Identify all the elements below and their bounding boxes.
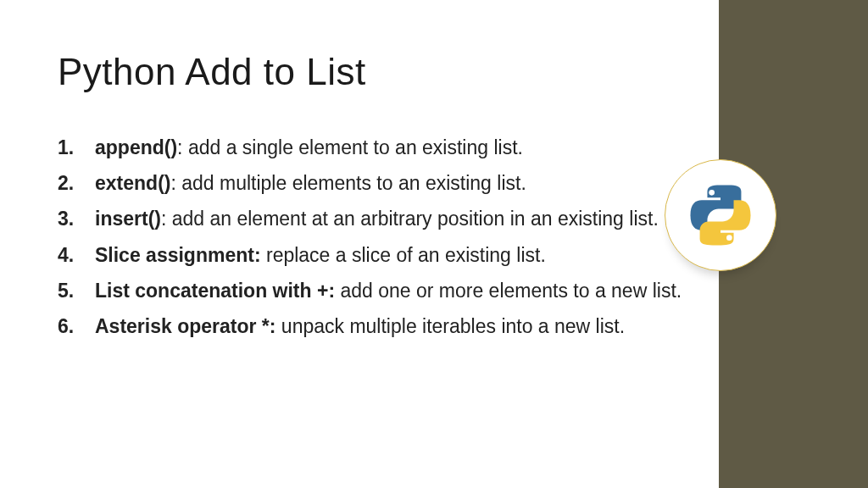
list-desc: replace a slice of an existing list.	[261, 244, 546, 266]
list-desc: add one or more elements to a new list.	[335, 280, 682, 302]
svg-point-0	[709, 190, 715, 196]
list-desc: : add a single element to an existing li…	[177, 136, 523, 158]
list-item: List concatenation with +: add one or mo…	[58, 277, 685, 304]
list-term: extend()	[95, 172, 170, 194]
list-term: List concatenation with +:	[95, 280, 335, 302]
list-item: extend(): add multiple elements to an ex…	[58, 169, 685, 197]
list-term: Asterisk operator *:	[95, 315, 275, 337]
content-area: Python Add to List append(): add a singl…	[0, 0, 719, 488]
list-item: Slice assignment: replace a slice of an …	[58, 241, 685, 269]
list-item: Asterisk operator *: unpack multiple ite…	[58, 313, 685, 340]
list-desc: : add an element at an arbitrary positio…	[161, 208, 659, 230]
slide-title: Python Add to List	[58, 51, 685, 93]
list-item: insert(): add an element at an arbitrary…	[58, 205, 685, 232]
methods-list: append(): add a single element to an exi…	[58, 134, 685, 340]
list-term: insert()	[95, 208, 161, 230]
list-item: append(): add a single element to an exi…	[58, 134, 685, 161]
list-desc: : add multiple elements to an existing l…	[170, 172, 526, 194]
list-term: append()	[95, 136, 177, 158]
python-logo-icon	[689, 184, 752, 247]
svg-point-1	[726, 235, 732, 241]
list-term: Slice assignment:	[95, 244, 261, 266]
logo-badge	[665, 159, 776, 271]
slide: Python Add to List append(): add a singl…	[0, 0, 868, 488]
list-desc: unpack multiple iterables into a new lis…	[275, 315, 625, 337]
